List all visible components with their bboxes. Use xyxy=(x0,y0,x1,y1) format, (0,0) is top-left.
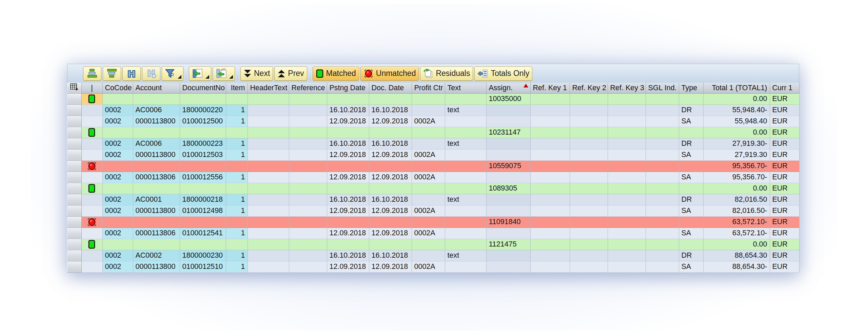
cell-refkey1[interactable] xyxy=(530,127,570,138)
cell-total[interactable]: 55,948.40- xyxy=(703,104,770,116)
matched-toggle-button[interactable]: Matched xyxy=(313,66,359,81)
cell-headertext[interactable] xyxy=(248,138,289,149)
row-selector[interactable] xyxy=(67,93,81,104)
cell-pstng[interactable] xyxy=(327,183,369,194)
cell-total[interactable]: 88,654.30- xyxy=(703,261,770,272)
cell-reference[interactable] xyxy=(289,194,327,205)
cell-cocode[interactable]: 0002 xyxy=(102,172,133,183)
sort-descending-button[interactable] xyxy=(103,66,121,81)
cell-refkey1[interactable] xyxy=(530,205,570,216)
cell-account[interactable]: 0000113800 xyxy=(133,116,180,127)
column-header-pstng[interactable]: Pstng Date xyxy=(327,83,369,93)
cell-pstng[interactable] xyxy=(327,127,369,138)
cell-headertext[interactable] xyxy=(248,205,289,216)
cell-docdate[interactable] xyxy=(369,127,412,138)
cell-curr[interactable]: EUR xyxy=(770,127,799,138)
cell-refkey2[interactable] xyxy=(570,261,608,272)
cell-total[interactable]: 27,919.30- xyxy=(703,138,770,149)
cell-text[interactable] xyxy=(445,116,486,127)
unmatched-toggle-button[interactable]: Unmatched xyxy=(360,66,419,81)
cell-total[interactable]: 27,919.30 xyxy=(703,149,770,160)
cell-refkey2[interactable] xyxy=(570,116,608,127)
cell-status[interactable] xyxy=(81,116,102,127)
cell-type[interactable]: SA xyxy=(679,261,703,272)
cell-text[interactable] xyxy=(445,261,486,272)
cell-item[interactable] xyxy=(226,93,248,104)
cell-refkey3[interactable] xyxy=(608,194,646,205)
cell-type[interactable]: SA xyxy=(679,149,703,160)
cell-profit[interactable] xyxy=(412,104,445,116)
cell-type[interactable] xyxy=(679,183,703,194)
cell-status[interactable] xyxy=(81,239,102,250)
column-header-profit[interactable]: Profit Ctr xyxy=(412,83,445,93)
row-selector[interactable] xyxy=(67,194,81,205)
select-all-corner-cell[interactable] xyxy=(67,83,81,93)
cell-pstng[interactable]: 12.09.2018 xyxy=(327,116,369,127)
row-selector[interactable] xyxy=(67,228,81,239)
cell-reference[interactable] xyxy=(289,160,327,172)
column-header-refkey3[interactable]: Ref. Key 3 xyxy=(608,83,646,93)
cell-account[interactable] xyxy=(133,216,180,228)
cell-docdate[interactable]: 12.09.2018 xyxy=(369,228,412,239)
cell-docno[interactable]: 0100012498 xyxy=(180,205,226,216)
cell-assign[interactable] xyxy=(486,172,530,183)
cell-text[interactable] xyxy=(445,228,486,239)
cell-refkey2[interactable] xyxy=(570,149,608,160)
cell-headertext[interactable] xyxy=(248,172,289,183)
cell-type[interactable]: SA xyxy=(679,116,703,127)
cell-account[interactable]: AC0002 xyxy=(133,250,180,261)
cell-account[interactable] xyxy=(133,127,180,138)
row-selector[interactable] xyxy=(67,183,81,194)
cell-docno[interactable] xyxy=(180,216,226,228)
cell-profit[interactable]: 0002A xyxy=(412,116,445,127)
cell-pstng[interactable] xyxy=(327,239,369,250)
cell-profit[interactable]: 0002A xyxy=(412,228,445,239)
cell-text[interactable]: text xyxy=(445,138,486,149)
column-header-docdate[interactable]: Doc. Date xyxy=(369,83,412,93)
cell-profit[interactable]: 0002A xyxy=(412,205,445,216)
cell-refkey1[interactable] xyxy=(530,104,570,116)
cell-account[interactable]: AC0006 xyxy=(133,104,180,116)
cell-reference[interactable] xyxy=(289,104,327,116)
column-header-type[interactable]: Type xyxy=(679,83,703,93)
cell-item[interactable]: 1 xyxy=(226,138,248,149)
cell-item[interactable] xyxy=(226,127,248,138)
cell-docno[interactable]: 0100012503 xyxy=(180,149,226,160)
cell-refkey3[interactable] xyxy=(608,172,646,183)
cell-status[interactable] xyxy=(81,172,102,183)
cell-curr[interactable]: EUR xyxy=(770,116,799,127)
cell-refkey2[interactable] xyxy=(570,194,608,205)
cell-sglind[interactable] xyxy=(646,127,679,138)
cell-pstng[interactable]: 16.10.2018 xyxy=(327,104,369,116)
cell-reference[interactable] xyxy=(289,149,327,160)
cell-sglind[interactable] xyxy=(646,250,679,261)
next-button[interactable]: Next xyxy=(240,66,273,81)
cell-account[interactable] xyxy=(133,160,180,172)
cell-refkey2[interactable] xyxy=(570,172,608,183)
cell-item[interactable] xyxy=(226,216,248,228)
cell-reference[interactable] xyxy=(289,228,327,239)
cell-curr[interactable]: EUR xyxy=(770,172,799,183)
cell-reference[interactable] xyxy=(289,205,327,216)
cell-curr[interactable]: EUR xyxy=(770,138,799,149)
cell-profit[interactable] xyxy=(412,239,445,250)
cell-sglind[interactable] xyxy=(646,183,679,194)
cell-total[interactable]: 0.00 xyxy=(703,183,770,194)
cell-refkey3[interactable] xyxy=(608,216,646,228)
cell-docdate[interactable]: 12.09.2018 xyxy=(369,205,412,216)
cell-pstng[interactable]: 12.09.2018 xyxy=(327,261,369,272)
cell-account[interactable] xyxy=(133,93,180,104)
cell-curr[interactable]: EUR xyxy=(770,205,799,216)
cell-headertext[interactable] xyxy=(248,194,289,205)
cell-refkey2[interactable] xyxy=(570,228,608,239)
cell-headertext[interactable] xyxy=(248,183,289,194)
row-selector[interactable] xyxy=(67,250,81,261)
cell-sglind[interactable] xyxy=(646,138,679,149)
cell-profit[interactable] xyxy=(412,138,445,149)
cell-refkey1[interactable] xyxy=(530,183,570,194)
cell-total[interactable]: 82,016.50- xyxy=(703,205,770,216)
cell-cocode[interactable] xyxy=(102,216,133,228)
residuals-button[interactable]: Residuals xyxy=(420,66,473,81)
cell-refkey2[interactable] xyxy=(570,93,608,104)
find-button[interactable] xyxy=(122,66,141,81)
